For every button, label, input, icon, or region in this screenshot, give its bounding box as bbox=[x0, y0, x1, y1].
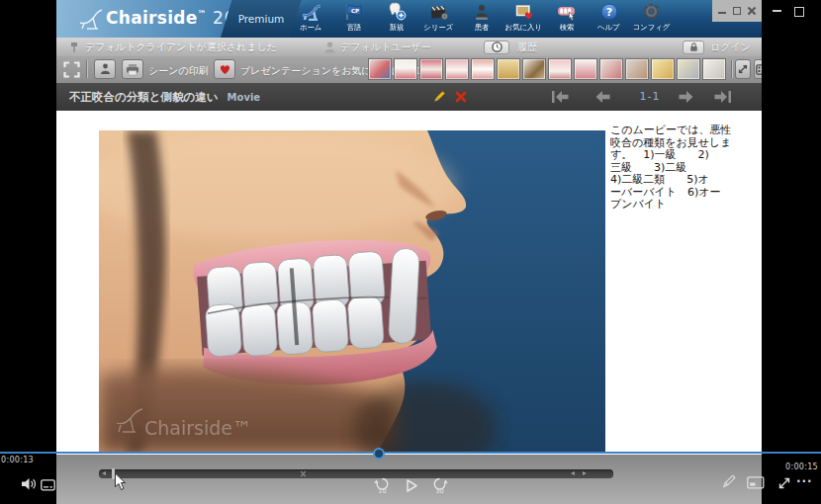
next-page-icon[interactable] bbox=[678, 90, 694, 104]
nav-home[interactable]: ホーム bbox=[290, 0, 332, 38]
app-main-nav: ホーム CP 言語 新規 bbox=[290, 0, 673, 38]
print-scene-label[interactable]: シーンの印刷 bbox=[148, 64, 209, 78]
expand-view-button[interactable] bbox=[735, 59, 751, 79]
app-window-controls bbox=[712, 0, 762, 22]
last-page-icon[interactable] bbox=[713, 90, 732, 104]
movie-transport-controls: 10 30 bbox=[371, 476, 451, 494]
edit-pencil-icon[interactable] bbox=[432, 90, 446, 104]
person-icon bbox=[100, 63, 111, 75]
scene-thumbnail[interactable] bbox=[651, 58, 675, 80]
scene-thumbnail[interactable] bbox=[419, 58, 443, 80]
filmstrip-button[interactable] bbox=[754, 59, 762, 79]
remaining-time: 0:00:15 bbox=[785, 462, 818, 471]
mouse-cursor bbox=[114, 472, 128, 491]
first-page-icon[interactable] bbox=[551, 90, 570, 104]
scene-thumbnail[interactable] bbox=[471, 58, 495, 80]
chairside-app-screen: Chairside™2010 Premium ホーム CP 言語 bbox=[56, 0, 762, 504]
toolbar-divider bbox=[86, 60, 87, 78]
movie-content-area: Chairside™ このムービーでは、悪性 咬合の種類をお見せしま す。 1)… bbox=[56, 111, 762, 455]
scrubber-marker bbox=[300, 470, 307, 477]
volume-icon[interactable] bbox=[21, 477, 38, 491]
player-progress-handle[interactable] bbox=[373, 448, 385, 460]
media-type-label: Movie bbox=[228, 92, 261, 103]
movie-title-bar: 不正咬合の分類と側貌の違いMovie 1-1 bbox=[56, 83, 762, 111]
scene-thumbnail[interactable] bbox=[497, 58, 520, 80]
scene-thumbnail[interactable] bbox=[599, 58, 623, 80]
film-icon bbox=[756, 64, 763, 75]
gear-icon bbox=[642, 2, 661, 21]
movie-frame-3d-render[interactable]: Chairside™ bbox=[99, 130, 605, 453]
movie-caption-text: このムービーでは、悪性 咬合の種類をお見せしま す。 1)一級 2) 三級 3)… bbox=[610, 125, 761, 211]
svg-text:CP: CP bbox=[351, 7, 359, 13]
history-label[interactable]: 履歴 bbox=[517, 41, 537, 54]
client-pin-icon bbox=[69, 42, 79, 53]
current-user-text: デフォルトユーザー bbox=[340, 41, 431, 54]
nav-help[interactable]: ? ヘルプ bbox=[588, 0, 630, 38]
app-minimize-icon[interactable] bbox=[718, 7, 726, 15]
annotate-pencil-icon[interactable] bbox=[720, 473, 737, 490]
scene-thumbnail[interactable] bbox=[368, 58, 392, 80]
photo-heart-icon bbox=[514, 2, 534, 21]
fullscreen-icon[interactable] bbox=[777, 476, 791, 490]
lock-icon bbox=[688, 42, 699, 52]
question-icon: ? bbox=[600, 2, 618, 21]
chairside-logo-icon bbox=[78, 6, 104, 32]
scene-thumbnail[interactable] bbox=[522, 58, 546, 80]
svg-text:30: 30 bbox=[435, 487, 443, 495]
app-top-toolbar: Chairside™2010 Premium ホーム CP 言語 bbox=[56, 0, 762, 38]
scene-thumbnail[interactable] bbox=[702, 58, 726, 80]
player-maximize-icon[interactable] bbox=[791, 4, 807, 18]
login-button[interactable] bbox=[683, 41, 704, 54]
nav-series[interactable]: シリーズ bbox=[417, 0, 460, 38]
svg-text:Chairside™: Chairside™ bbox=[144, 417, 251, 439]
player-progress-bar[interactable] bbox=[0, 452, 821, 454]
scene-toolbar: シーンの印刷 プレゼンテーションをお気に入りに追加 bbox=[56, 56, 762, 83]
add-favorite-button[interactable] bbox=[214, 59, 235, 79]
nav-language[interactable]: CP 言語 bbox=[332, 0, 375, 38]
scene-thumbnail[interactable] bbox=[394, 58, 417, 80]
picture-in-picture-icon[interactable] bbox=[747, 476, 765, 489]
previous-page-icon[interactable] bbox=[594, 90, 611, 104]
nav-config[interactable]: コンフィグ bbox=[630, 0, 673, 38]
clock-icon bbox=[492, 42, 502, 52]
scene-thumbnail[interactable] bbox=[625, 58, 649, 80]
nav-new[interactable]: 新規 bbox=[375, 0, 417, 38]
nav-patient[interactable]: 患者 bbox=[460, 0, 502, 38]
movie-scrubber[interactable] bbox=[99, 469, 613, 478]
diagonal-arrows-icon bbox=[737, 63, 749, 75]
person-icon bbox=[473, 2, 491, 21]
print-scene-button[interactable] bbox=[122, 59, 143, 79]
scrub-next-icon[interactable] bbox=[583, 471, 587, 475]
nav-search[interactable]: 検索 bbox=[545, 0, 588, 38]
patient-view-button[interactable] bbox=[94, 59, 116, 79]
clapperboard-icon bbox=[428, 2, 449, 21]
subtitles-icon[interactable] bbox=[41, 479, 55, 491]
printer-icon bbox=[126, 63, 139, 76]
forward-30-button[interactable]: 30 bbox=[428, 476, 451, 494]
video-player-stage: Chairside™2010 Premium ホーム CP 言語 bbox=[0, 0, 821, 504]
history-button[interactable] bbox=[484, 41, 509, 54]
scene-thumbnail[interactable] bbox=[548, 58, 572, 80]
scrub-back-icon[interactable] bbox=[102, 471, 106, 475]
nav-favorites[interactable]: お気に入り bbox=[502, 0, 545, 38]
app-close-icon[interactable] bbox=[748, 7, 756, 15]
toolbar-divider bbox=[731, 60, 732, 78]
tooth-plus-icon bbox=[387, 2, 407, 21]
client-status-text: デフォルトクライアントが選択されました bbox=[85, 41, 277, 54]
layout-grid-icon[interactable] bbox=[63, 61, 80, 78]
delete-x-icon[interactable] bbox=[455, 91, 467, 103]
scene-thumbnail[interactable] bbox=[574, 58, 597, 80]
svg-text:?: ? bbox=[605, 6, 611, 19]
teeth-search-icon bbox=[556, 2, 578, 21]
app-maximize-icon[interactable] bbox=[733, 7, 741, 15]
play-button[interactable] bbox=[403, 477, 419, 494]
rewind-10-button[interactable]: 10 bbox=[371, 476, 394, 494]
more-options-button[interactable]: ··· bbox=[796, 474, 813, 488]
svg-text:10: 10 bbox=[378, 487, 386, 495]
scene-thumbnail[interactable] bbox=[677, 58, 700, 80]
scrub-prev-icon[interactable] bbox=[571, 471, 575, 475]
player-minimize-icon[interactable] bbox=[770, 4, 785, 18]
app-status-bar: デフォルトクライアントが選択されました デフォルトユーザー 履歴 ログイン bbox=[56, 38, 762, 56]
login-label[interactable]: ログイン bbox=[710, 41, 751, 54]
scene-thumbnail[interactable] bbox=[445, 58, 469, 80]
